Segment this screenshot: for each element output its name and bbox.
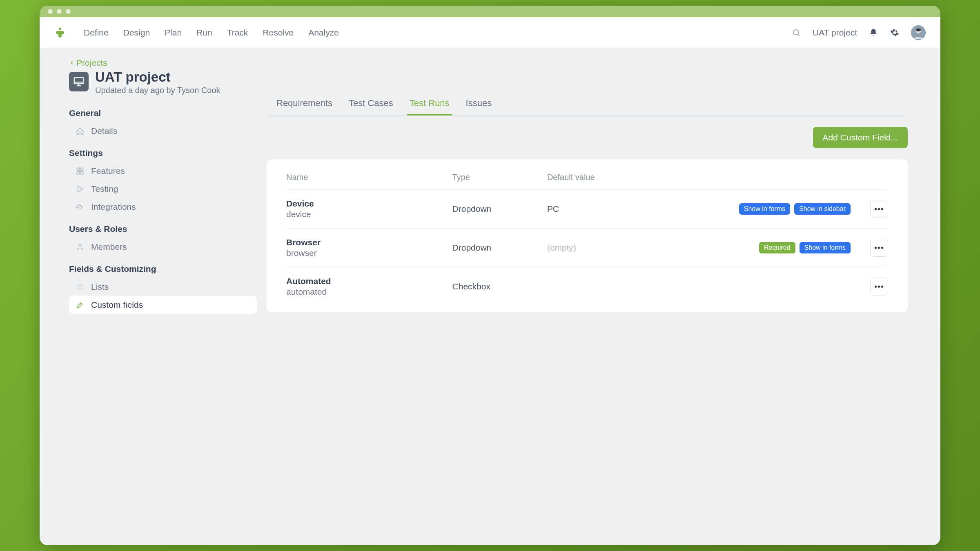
svg-rect-12: [81, 168, 83, 171]
nav-design[interactable]: Design: [123, 28, 150, 38]
sidebar-item-label: Details: [91, 126, 117, 136]
svg-rect-13: [77, 172, 80, 174]
app-logo-icon[interactable]: [54, 27, 66, 38]
breadcrumb-label: Projects: [76, 58, 107, 68]
field-slug: automated: [286, 287, 452, 297]
cell-type: Dropdown: [452, 243, 547, 253]
sidebar-section-users: Users & Roles Members: [69, 224, 257, 256]
svg-rect-11: [77, 168, 80, 171]
nav-track[interactable]: Track: [227, 28, 248, 38]
sidebar-item-label: Testing: [91, 184, 118, 194]
user-icon: [76, 242, 85, 251]
empty-value: (empty): [547, 243, 576, 252]
search-icon[interactable]: [791, 28, 801, 38]
more-icon: •••: [874, 204, 884, 214]
gear-icon[interactable]: [890, 28, 900, 38]
bell-icon[interactable]: [869, 28, 878, 38]
tab-test-cases[interactable]: Test Cases: [349, 93, 393, 115]
monitor-icon: [73, 76, 85, 88]
col-default: Default value: [547, 173, 666, 182]
custom-fields-card: Name Type Default value Device device Dr…: [267, 160, 908, 312]
table-header: Name Type Default value: [286, 173, 888, 190]
play-icon: [76, 184, 85, 193]
field-name: Device: [286, 199, 452, 209]
home-icon: [76, 127, 85, 136]
sidebar-section-title: Users & Roles: [69, 224, 257, 234]
svg-marker-15: [78, 186, 83, 191]
cell-name: Browser browser: [286, 238, 452, 258]
badge-show-in-forms: Show in forms: [739, 203, 790, 215]
window-min-dot[interactable]: [57, 9, 62, 14]
sidebar-item-testing[interactable]: Testing: [69, 180, 257, 198]
field-name: Browser: [286, 238, 452, 247]
main-nav-links: Define Design Plan Run Track Resolve Ana…: [84, 28, 339, 38]
actions-row: Add Custom Field...: [267, 127, 908, 148]
cell-badges: Show in forms Show in sidebar: [666, 203, 855, 215]
window-close-dot[interactable]: [48, 9, 53, 14]
sidebar-item-label: Custom fields: [91, 300, 143, 310]
chevron-left-icon: [69, 60, 75, 66]
badge-show-in-forms: Show in forms: [800, 242, 851, 253]
cell-type: Dropdown: [452, 204, 547, 214]
nav-define[interactable]: Define: [84, 28, 109, 38]
sidebar-section-general: General Details: [69, 108, 257, 140]
project-subtitle: Updated a day ago by Tyson Cook: [95, 86, 220, 95]
svg-point-3: [793, 29, 799, 35]
sidebar-item-details[interactable]: Details: [69, 122, 257, 140]
tab-issues[interactable]: Issues: [466, 93, 492, 115]
sidebar-item-lists[interactable]: Lists: [69, 278, 257, 296]
nav-resolve[interactable]: Resolve: [263, 28, 294, 38]
sidebar-item-custom-fields[interactable]: Custom fields: [69, 296, 257, 314]
sidebar-section-title: Settings: [69, 148, 257, 158]
table-row: Browser browser Dropdown (empty) Require…: [286, 229, 888, 267]
sidebar: Projects UAT project Updated a day ago b…: [40, 48, 267, 545]
grid-icon: [76, 167, 85, 176]
badge-required: Required: [759, 242, 795, 253]
badge-show-in-sidebar: Show in sidebar: [794, 203, 851, 215]
main-panel: Requirements Test Cases Test Runs Issues…: [267, 48, 940, 545]
field-slug: browser: [286, 248, 452, 258]
sidebar-section-title: General: [69, 108, 257, 118]
avatar[interactable]: [911, 25, 926, 40]
sidebar-item-label: Integrations: [91, 202, 136, 212]
project-header: UAT project Updated a day ago by Tyson C…: [69, 69, 257, 95]
row-menu-button[interactable]: •••: [870, 200, 888, 218]
nav-run[interactable]: Run: [196, 28, 212, 38]
project-title: UAT project: [95, 69, 220, 85]
sidebar-item-label: Lists: [91, 282, 109, 292]
tab-test-runs[interactable]: Test Runs: [410, 93, 450, 115]
nav-plan[interactable]: Plan: [165, 28, 182, 38]
col-name: Name: [286, 173, 452, 182]
table-row: Device device Dropdown PC Show in forms …: [286, 190, 888, 229]
col-type: Type: [452, 173, 547, 182]
project-switcher[interactable]: UAT project: [813, 28, 857, 38]
content-area: Projects UAT project Updated a day ago b…: [40, 48, 940, 545]
tab-requirements[interactable]: Requirements: [276, 93, 332, 115]
table-row: Automated automated Checkbox •••: [286, 267, 888, 306]
window-max-dot[interactable]: [66, 9, 71, 14]
puzzle-icon: [76, 202, 85, 211]
sidebar-section-fields: Fields & Customizing Lists Custom fields: [69, 264, 257, 314]
sidebar-item-integrations[interactable]: Integrations: [69, 198, 257, 216]
nav-analyze[interactable]: Analyze: [308, 28, 339, 38]
more-icon: •••: [874, 243, 884, 253]
top-nav-right: UAT project: [791, 25, 926, 40]
field-slug: device: [286, 209, 452, 219]
more-icon: •••: [874, 282, 884, 291]
sidebar-item-members[interactable]: Members: [69, 238, 257, 256]
cell-name: Automated automated: [286, 276, 452, 297]
svg-point-0: [59, 28, 61, 30]
project-title-block: UAT project Updated a day ago by Tyson C…: [95, 69, 220, 95]
svg-line-4: [798, 34, 800, 36]
cell-default: (empty): [547, 243, 666, 253]
sidebar-item-features[interactable]: Features: [69, 162, 257, 180]
row-menu-button[interactable]: •••: [870, 239, 888, 257]
breadcrumb[interactable]: Projects: [69, 58, 257, 68]
cell-name: Device device: [286, 199, 452, 219]
edit-icon: [76, 300, 85, 309]
row-menu-button[interactable]: •••: [870, 278, 888, 295]
content-tabs: Requirements Test Cases Test Runs Issues: [267, 93, 908, 116]
cell-type: Checkbox: [452, 282, 547, 291]
cell-badges: Required Show in forms: [666, 242, 855, 253]
add-custom-field-button[interactable]: Add Custom Field...: [813, 127, 908, 148]
